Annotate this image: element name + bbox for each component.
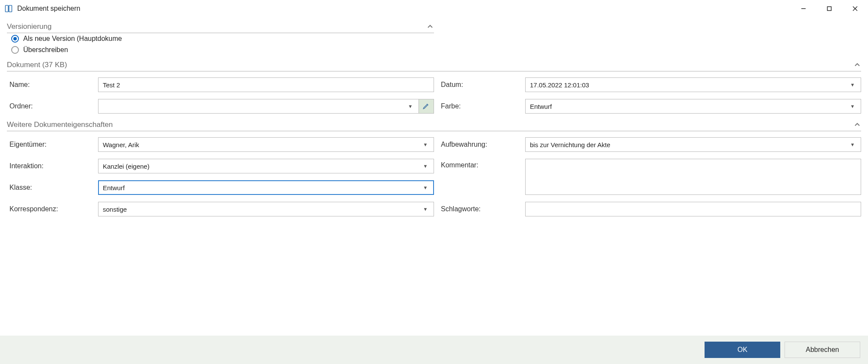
label-correspondence: Korrespondenz: — [9, 205, 91, 213]
radio-icon — [11, 35, 19, 43]
class-value: Entwurf — [103, 184, 422, 191]
retention-dropdown[interactable]: bis zur Vernichtung der Akte ▼ — [525, 137, 861, 152]
owner-value: Wagner, Arik — [103, 141, 422, 148]
section-header-versioning[interactable]: Versionierung — [7, 20, 434, 33]
titlebar: Dokument speichern — [0, 0, 868, 17]
radio-new-version[interactable]: Als neue Version (Hauptdokume — [7, 33, 861, 44]
chevron-up-icon — [854, 62, 861, 68]
chevron-up-icon — [854, 121, 861, 128]
label-tags: Schlagworte: — [441, 205, 518, 213]
label-color: Farbe: — [441, 102, 518, 110]
retention-value: bis zur Vernichtung der Akte — [530, 141, 849, 148]
label-interaction: Interaktion: — [9, 162, 91, 170]
radio-label: Als neue Version (Hauptdokume — [23, 35, 122, 43]
window-title: Dokument speichern — [17, 5, 791, 12]
folder-field-group: ▼ — [98, 99, 434, 114]
chevron-down-icon: ▼ — [849, 104, 856, 109]
date-value: 17.05.2022 12:01:03 — [530, 81, 849, 89]
label-name: Name: — [9, 81, 91, 89]
maximize-button[interactable] — [816, 0, 842, 17]
svg-rect-0 — [6, 6, 9, 12]
svg-rect-3 — [828, 7, 831, 11]
save-document-dialog: Dokument speichern Versionierung Als neu… — [0, 0, 868, 364]
color-value: Entwurf — [530, 103, 849, 110]
section-header-properties[interactable]: Weitere Dokumenteigenschaften — [7, 118, 861, 131]
close-button[interactable] — [842, 0, 868, 17]
label-comment: Kommentar: — [441, 159, 518, 169]
radio-overwrite[interactable]: Überschreiben — [7, 44, 861, 56]
label-class: Klasse: — [9, 184, 91, 191]
app-icon — [4, 4, 13, 13]
properties-form: Eigentümer: Wagner, Arik ▼ Aufbewahrung:… — [7, 131, 861, 218]
cancel-button[interactable]: Abbrechen — [785, 342, 860, 358]
chevron-down-icon: ▼ — [422, 185, 429, 190]
label-retention: Aufbewahrung: — [441, 141, 518, 148]
radio-label: Überschreiben — [23, 46, 68, 54]
chevron-down-icon: ▼ — [849, 142, 856, 147]
section-title: Versionierung — [7, 22, 427, 31]
label-date: Datum: — [441, 81, 518, 89]
radio-icon — [11, 46, 19, 54]
chevron-up-icon — [427, 23, 434, 30]
interaction-dropdown[interactable]: Kanzlei (eigene) ▼ — [98, 159, 434, 173]
button-label: OK — [737, 346, 747, 354]
edit-folder-button[interactable] — [419, 99, 434, 114]
chevron-down-icon: ▼ — [422, 163, 429, 169]
document-form: Name: Datum: 17.05.2022 12:01:03 ▼ Ordne… — [7, 71, 861, 115]
section-header-document[interactable]: Dokument (37 KB) — [7, 58, 861, 71]
pencil-icon — [422, 102, 430, 111]
correspondence-dropdown[interactable]: sonstige ▼ — [98, 202, 434, 216]
comment-textarea[interactable] — [525, 159, 861, 195]
interaction-value: Kanzlei (eigene) — [103, 163, 422, 170]
correspondence-value: sonstige — [103, 206, 422, 213]
class-dropdown[interactable]: Entwurf ▼ — [98, 180, 434, 195]
ok-button[interactable]: OK — [705, 342, 780, 358]
chevron-down-icon: ▼ — [422, 207, 429, 212]
svg-rect-1 — [9, 6, 12, 12]
chevron-down-icon: ▼ — [422, 142, 429, 147]
minimize-button[interactable] — [791, 0, 816, 17]
section-title: Dokument (37 KB) — [7, 61, 854, 69]
button-label: Abbrechen — [806, 346, 839, 354]
name-input[interactable] — [98, 77, 434, 92]
chevron-down-icon: ▼ — [849, 82, 856, 87]
owner-dropdown[interactable]: Wagner, Arik ▼ — [98, 137, 434, 152]
chevron-down-icon: ▼ — [406, 104, 414, 109]
window-controls — [791, 0, 868, 17]
date-dropdown[interactable]: 17.05.2022 12:01:03 ▼ — [525, 77, 861, 92]
label-folder: Ordner: — [9, 102, 91, 110]
label-owner: Eigentümer: — [9, 141, 91, 148]
section-title: Weitere Dokumenteigenschaften — [7, 120, 854, 129]
tags-input[interactable] — [525, 202, 861, 216]
folder-dropdown[interactable]: ▼ — [98, 99, 419, 114]
dialog-content: Versionierung Als neue Version (Hauptdok… — [0, 17, 868, 336]
dialog-footer: OK Abbrechen — [0, 336, 868, 364]
color-dropdown[interactable]: Entwurf ▼ — [525, 99, 861, 114]
